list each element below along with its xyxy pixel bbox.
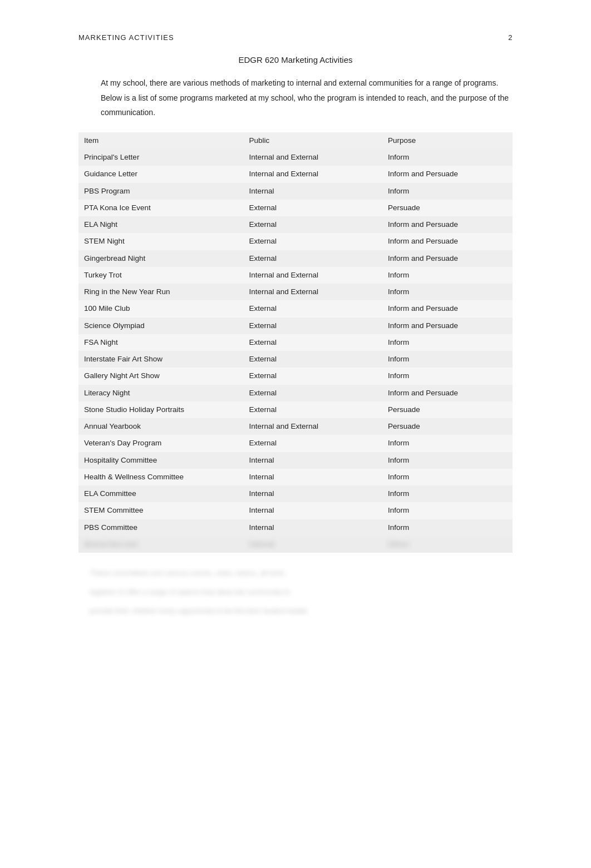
table-cell-blurred-2: Inform — [382, 536, 513, 553]
table-cell-5-1: External — [243, 233, 382, 250]
table-cell-9-0: 100 Mile Club — [78, 300, 243, 317]
table-cell-11-1: External — [243, 334, 382, 351]
page: MARKETING ACTIVITIES 2 EDGR 620 Marketin… — [78, 0, 513, 656]
table-cell-19-1: Internal — [243, 469, 382, 485]
table-row: Annual YearbookInternal and ExternalPers… — [78, 418, 513, 435]
table-cell-16-2: Persuade — [382, 418, 513, 435]
table-cell-3-1: External — [243, 200, 382, 216]
table-cell-12-1: External — [243, 351, 382, 368]
table-cell-18-0: Hospitality Committee — [78, 452, 243, 469]
table-cell-18-2: Inform — [382, 452, 513, 469]
table-cell-15-1: External — [243, 401, 382, 418]
footer-line-3: provide their children every opportunity… — [90, 604, 513, 618]
page-header: MARKETING ACTIVITIES 2 — [78, 33, 513, 42]
intro-text-content: At my school, there are various methods … — [101, 78, 509, 117]
table-cell-3-0: PTA Kona Ice Event — [78, 200, 243, 216]
table-row: STEM CommitteeInternalInform — [78, 502, 513, 519]
table-cell-11-2: Inform — [382, 334, 513, 351]
table-cell-13-1: External — [243, 368, 382, 384]
table-cell-6-0: Gingerbread Night — [78, 250, 243, 267]
table-cell-2-2: Inform — [382, 183, 513, 200]
table-cell-20-0: ELA Committee — [78, 485, 243, 502]
table-row: Turkey TrotInternal and ExternalInform — [78, 267, 513, 284]
table-cell-19-2: Inform — [382, 469, 513, 485]
table-row: ELA NightExternalInform and Persuade — [78, 216, 513, 233]
table-cell-14-1: External — [243, 385, 382, 401]
table-cell-7-1: Internal and External — [243, 267, 382, 284]
table-header-cell-2: Purpose — [382, 132, 513, 149]
table-cell-12-2: Inform — [382, 351, 513, 368]
table-row: 100 Mile ClubExternalInform and Persuade — [78, 300, 513, 317]
table-cell-5-0: STEM Night — [78, 233, 243, 250]
table-row-blurred: blurred item textInternalInform — [78, 536, 513, 553]
table-row: Gallery Night Art ShowExternalInform — [78, 368, 513, 384]
table-cell-17-1: External — [243, 435, 382, 452]
table-cell-15-0: Stone Studio Holiday Portraits — [78, 401, 243, 418]
table-cell-17-2: Inform — [382, 435, 513, 452]
header-title: MARKETING ACTIVITIES — [78, 33, 174, 42]
table-cell-10-1: External — [243, 318, 382, 334]
footer-line-2: together to offer a range of options tha… — [90, 585, 513, 599]
table-cell-10-0: Science Olympiad — [78, 318, 243, 334]
table-row: ELA CommitteeInternalInform — [78, 485, 513, 502]
table-cell-5-2: Inform and Persuade — [382, 233, 513, 250]
table-row: Hospitality CommitteeInternalInform — [78, 452, 513, 469]
table-cell-0-2: Inform — [382, 149, 513, 166]
table-row: Guidance LetterInternal and ExternalInfo… — [78, 166, 513, 182]
table-cell-20-2: Inform — [382, 485, 513, 502]
table-cell-10-2: Inform and Persuade — [382, 318, 513, 334]
table-cell-blurred-1: Internal — [243, 536, 382, 553]
table-cell-6-1: External — [243, 250, 382, 267]
table-cell-18-1: Internal — [243, 452, 382, 469]
table-cell-8-1: Internal and External — [243, 284, 382, 300]
table-row: Gingerbread NightExternalInform and Pers… — [78, 250, 513, 267]
table-cell-22-2: Inform — [382, 519, 513, 536]
table-cell-17-0: Veteran's Day Program — [78, 435, 243, 452]
table-cell-blurred-0: blurred item text — [78, 536, 243, 553]
table-header-cell-1: Public — [243, 132, 382, 149]
table-row: Health & Wellness CommitteeInternalInfor… — [78, 469, 513, 485]
table-cell-12-0: Interstate Fair Art Show — [78, 351, 243, 368]
table-cell-19-0: Health & Wellness Committee — [78, 469, 243, 485]
table-row: Interstate Fair Art ShowExternalInform — [78, 351, 513, 368]
table-cell-8-0: Ring in the New Year Run — [78, 284, 243, 300]
table-header-row: ItemPublicPurpose — [78, 132, 513, 149]
table-cell-14-2: Inform and Persuade — [382, 385, 513, 401]
table-cell-9-2: Inform and Persuade — [382, 300, 513, 317]
table-cell-21-1: Internal — [243, 502, 382, 519]
table-cell-22-1: Internal — [243, 519, 382, 536]
table-row: FSA NightExternalInform — [78, 334, 513, 351]
table-cell-7-2: Inform — [382, 267, 513, 284]
table-cell-2-1: Internal — [243, 183, 382, 200]
table-row: PBS CommitteeInternalInform — [78, 519, 513, 536]
table-header-cell-0: Item — [78, 132, 243, 149]
table-row: PBS ProgramInternalInform — [78, 183, 513, 200]
table-cell-6-2: Inform and Persuade — [382, 250, 513, 267]
table-cell-9-1: External — [243, 300, 382, 317]
table-row: Stone Studio Holiday PortraitsExternalPe… — [78, 401, 513, 418]
marketing-table-container: ItemPublicPurposePrincipal's LetterInter… — [78, 132, 513, 553]
intro-paragraph: At my school, there are various methods … — [78, 76, 513, 120]
table-row: STEM NightExternalInform and Persuade — [78, 233, 513, 250]
table-row: Science OlympiadExternalInform and Persu… — [78, 318, 513, 334]
table-row: Veteran's Day ProgramExternalInform — [78, 435, 513, 452]
table-cell-21-0: STEM Committee — [78, 502, 243, 519]
table-row: PTA Kona Ice EventExternalPersuade — [78, 200, 513, 216]
table-cell-0-1: Internal and External — [243, 149, 382, 166]
table-cell-14-0: Literacy Night — [78, 385, 243, 401]
table-cell-1-1: Internal and External — [243, 166, 382, 182]
table-cell-1-2: Inform and Persuade — [382, 166, 513, 182]
table-cell-16-1: Internal and External — [243, 418, 382, 435]
table-cell-8-2: Inform — [382, 284, 513, 300]
table-cell-20-1: Internal — [243, 485, 382, 502]
table-cell-13-2: Inform — [382, 368, 513, 384]
table-cell-4-1: External — [243, 216, 382, 233]
table-row: Ring in the New Year RunInternal and Ext… — [78, 284, 513, 300]
table-cell-4-2: Inform and Persuade — [382, 216, 513, 233]
table-cell-2-0: PBS Program — [78, 183, 243, 200]
document-title: EDGR 620 Marketing Activities — [78, 55, 513, 65]
table-cell-21-2: Inform — [382, 502, 513, 519]
table-cell-16-0: Annual Yearbook — [78, 418, 243, 435]
table-cell-3-2: Persuade — [382, 200, 513, 216]
table-row: Principal's LetterInternal and ExternalI… — [78, 149, 513, 166]
